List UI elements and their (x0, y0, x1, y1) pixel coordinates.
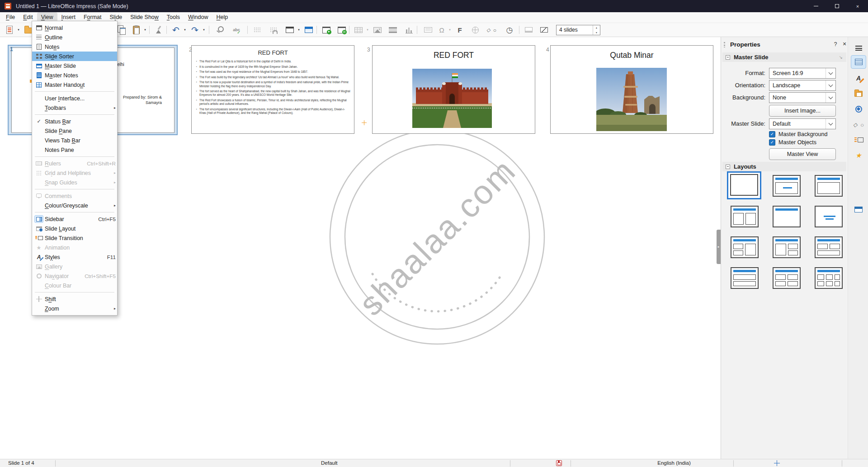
tab-animation[interactable]: ★ (851, 148, 866, 162)
new-document-dropdown[interactable]: ▾ (16, 28, 21, 32)
menu-item-grid-and-helplines[interactable]: Grid and Helplines▸ (32, 168, 117, 178)
spinner-down-button[interactable]: ▼ (594, 31, 599, 34)
collapse-section-icon[interactable] (726, 165, 730, 169)
spelling-button[interactable]: abc✓ (231, 24, 242, 35)
menu-item-shift[interactable]: Shift (32, 294, 117, 304)
combobox-dropdown-button[interactable] (826, 80, 835, 90)
menu-item-snap-guides[interactable]: Snap Guides▸ (32, 178, 117, 187)
menu-item-gallery[interactable]: Gallery (32, 262, 117, 271)
combobox-dropdown-button[interactable] (826, 119, 835, 129)
minimize-button[interactable] (806, 0, 826, 12)
layout-two-content[interactable] (731, 206, 759, 227)
menu-item-zoom[interactable]: Zoom▸ (32, 304, 117, 313)
menu-item-slide-pane[interactable]: Slide Pane (32, 126, 117, 136)
menu-item-animation[interactable]: ★Animation (32, 243, 117, 252)
menu-help[interactable]: Help (212, 12, 232, 23)
snap-to-grid-button[interactable] (268, 24, 279, 35)
menu-item-sidebar[interactable]: SidebarCtrl+F5 (32, 214, 117, 224)
menu-item-outline[interactable]: Outline (32, 33, 117, 42)
menu-slide-show[interactable]: Slide Show (126, 12, 163, 23)
special-character-button[interactable]: Ω (436, 24, 448, 35)
menu-item-master-handout[interactable]: Master Handout (32, 80, 117, 90)
menu-item-colour-bar[interactable]: Colour Bar (32, 281, 117, 290)
menu-item-comments[interactable]: Comments (32, 191, 117, 201)
menu-tools[interactable]: Tools (163, 12, 184, 23)
menu-item-slide-layout[interactable]: Slide Layout (32, 224, 117, 233)
insert-table-button[interactable] (353, 24, 364, 35)
orientation-combobox[interactable]: Landscape (769, 80, 836, 91)
background-combobox[interactable]: None (769, 92, 836, 103)
spinner-up-button[interactable]: ▲ (594, 26, 599, 29)
start-from-first-slide-button[interactable] (320, 24, 332, 35)
layout-two-content-left-one-right[interactable] (731, 236, 759, 258)
menu-item-slide-transition[interactable]: Slide Transition (32, 233, 117, 243)
slide-3-thumbnail[interactable]: RED FORT (372, 45, 535, 134)
find-replace-button[interactable] (214, 24, 226, 35)
detach-panel-icon[interactable]: ↘ (839, 55, 843, 60)
insert-media-button[interactable] (387, 24, 399, 35)
slide-properties-button[interactable] (538, 24, 550, 35)
style-name[interactable]: Default (321, 460, 337, 466)
display-views-button[interactable] (284, 24, 296, 35)
menu-item-rulers[interactable]: RulersCtrl+Shift+R (32, 159, 117, 168)
fit-slide-icon[interactable] (774, 460, 780, 466)
insert-table-dropdown[interactable]: ▾ (365, 28, 370, 32)
master-background-checkbox[interactable]: ✓ Master Background (769, 131, 827, 138)
menu-item-user-interface[interactable]: User Interface... (32, 94, 117, 103)
paste-button[interactable] (130, 24, 142, 35)
insert-chart-button[interactable] (403, 24, 415, 35)
master-objects-checkbox[interactable]: ✓ Master Objects (769, 139, 816, 146)
sidebar-menu-button[interactable] (851, 41, 866, 55)
special-character-dropdown[interactable]: ▾ (448, 28, 452, 32)
layout-two-rows[interactable] (731, 267, 759, 289)
insert-image-button-sidebar[interactable]: Insert Image... (769, 105, 836, 117)
new-document-button[interactable] (4, 24, 15, 35)
layout-one-left-two-right[interactable] (773, 236, 801, 258)
menu-item-status-bar[interactable]: ✓Status Bar (32, 117, 117, 126)
layout-title-content-box[interactable] (815, 175, 843, 197)
combobox-dropdown-button[interactable] (826, 93, 835, 103)
layout-title-content[interactable] (773, 175, 801, 197)
redo-button[interactable]: ↷ (189, 24, 201, 35)
layout-centered-text[interactable] (815, 206, 843, 227)
tab-properties[interactable] (851, 55, 866, 69)
language-selector[interactable]: English (India) (657, 460, 691, 466)
rehearse-timings-button[interactable]: ◷ (504, 24, 515, 35)
menu-file[interactable]: File (2, 12, 19, 23)
tab-gallery[interactable] (851, 87, 866, 100)
menu-item-colour-greyscale[interactable]: Colour/Greyscale▸ (32, 201, 117, 210)
sidebar-help-button[interactable]: ? (832, 41, 839, 47)
hide-sidebar-handle[interactable]: ▸ (717, 230, 721, 264)
show-draw-functions-button[interactable]: ◇○ (486, 24, 497, 35)
insert-hyperlink-button[interactable] (469, 24, 481, 35)
layout-six-content[interactable] (815, 267, 843, 289)
insert-image-button[interactable] (372, 24, 383, 35)
header-footer-button[interactable] (523, 24, 534, 35)
slide-2-thumbnail[interactable]: RED FORT The Red Fort or Lal Qila is a h… (191, 45, 354, 134)
display-grid-button[interactable] (251, 24, 263, 35)
menu-item-slide-sorter[interactable]: Slide Sorter (32, 52, 117, 61)
menu-item-notes-pane[interactable]: Notes Pane (32, 145, 117, 155)
menu-item-master-slide[interactable]: Master Slide (32, 61, 117, 71)
redo-dropdown[interactable]: ▾ (202, 28, 206, 32)
sidebar-close-button[interactable]: × (841, 40, 848, 47)
master-slide-section-header[interactable]: Master Slide ↘ (722, 52, 846, 62)
undo-dropdown[interactable]: ▾ (183, 28, 187, 32)
menu-item-toolbars[interactable]: Toolbars▸ (32, 103, 117, 113)
panel-drag-handle[interactable] (724, 42, 725, 48)
menu-item-normal[interactable]: Normal (32, 23, 117, 33)
fontwork-button[interactable]: F (454, 24, 466, 35)
layout-title-only[interactable] (773, 206, 801, 227)
maximize-button[interactable] (826, 0, 847, 12)
close-button[interactable]: × (847, 0, 868, 12)
collapse-section-icon[interactable] (726, 55, 730, 60)
menu-item-views-tab-bar[interactable]: Views Tab Bar (32, 136, 117, 145)
tab-master-slides[interactable] (851, 203, 866, 216)
layouts-section-header[interactable]: Layouts (722, 162, 846, 171)
menu-window[interactable]: Window (184, 12, 212, 23)
slide-4-thumbnail[interactable]: Qutab Minar (550, 45, 713, 134)
master-slide-button[interactable] (303, 24, 315, 35)
insert-text-box-button[interactable] (422, 24, 434, 35)
clone-formatting-button[interactable] (153, 24, 165, 35)
undo-button[interactable]: ↶ (170, 24, 182, 35)
